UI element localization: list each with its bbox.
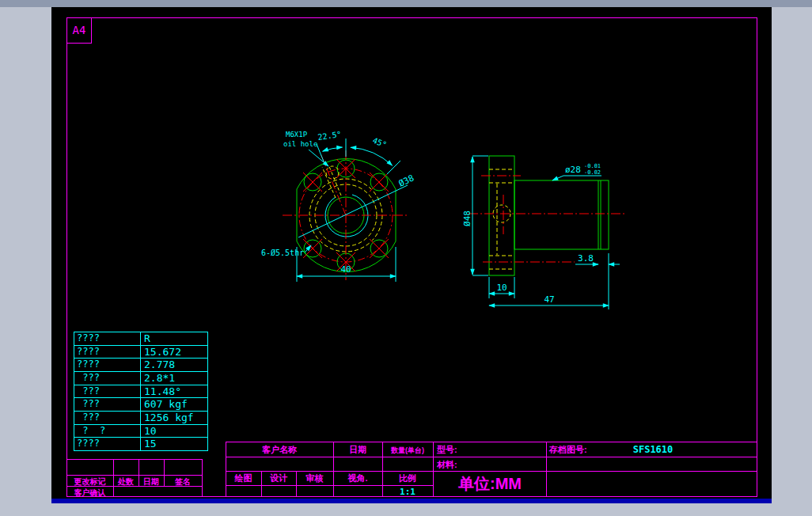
table-row: ????2.778 xyxy=(74,359,207,372)
table-row: ???2.8*1 xyxy=(74,372,207,385)
param-value: 2.778 xyxy=(141,359,207,371)
model-label: 型号: xyxy=(437,444,457,456)
table-row: ????15.672 xyxy=(74,346,207,359)
design-label: 设计 xyxy=(261,472,296,484)
divider-line xyxy=(226,457,757,457)
param-value: 15.672 xyxy=(141,346,207,359)
param-value: 607 kgf xyxy=(141,398,207,411)
table-row: ???1256 kgf xyxy=(74,412,207,425)
scale-label: 比例 xyxy=(382,472,433,484)
draft-label: 绘图 xyxy=(226,472,261,484)
table-row: ????15 xyxy=(74,438,207,450)
param-label: ??? xyxy=(74,372,141,385)
divider-line xyxy=(546,442,547,497)
divider-line xyxy=(226,471,757,472)
scale-value: 1:1 xyxy=(382,486,433,498)
revision-change-mark-label: 更改标记 xyxy=(66,476,113,488)
view-angle-label: 视角. xyxy=(333,472,382,484)
param-value: 10 xyxy=(141,425,207,438)
archive-no-label: 存档图号: xyxy=(549,444,587,456)
param-label: ??? xyxy=(74,398,141,411)
unit-label: 单位:MM xyxy=(434,472,546,495)
table-row: ???607 kgf xyxy=(74,398,207,412)
customer-name-label: 客户名称 xyxy=(226,444,333,456)
material-label: 材料: xyxy=(437,459,457,471)
divider-line xyxy=(202,459,203,497)
param-value: 1256 kgf xyxy=(141,412,207,424)
sheet-size-box: A4 xyxy=(67,18,92,44)
revision-date-label: 日期 xyxy=(138,476,164,488)
param-value: 2.8*1 xyxy=(141,372,207,385)
table-row: ? ?10 xyxy=(74,425,207,438)
param-value: 15 xyxy=(141,438,207,450)
param-value: R xyxy=(141,332,207,345)
divider-line xyxy=(66,459,203,460)
archive-no-value: SFS1610 xyxy=(629,444,677,456)
parameter-table: ????R ????15.672 ????2.778 ???2.8*1 ???1… xyxy=(74,332,208,451)
cad-viewer-window: { "sheet": { "size_label": "A4" }, "para… xyxy=(0,0,812,516)
param-label: ??? xyxy=(74,412,141,424)
customer-confirm-label: 客户确认 xyxy=(66,487,113,499)
revision-count-label: 处数 xyxy=(113,476,138,488)
table-row: ???11.48° xyxy=(74,385,207,399)
param-label: ? ? xyxy=(74,425,141,438)
param-label: ???? xyxy=(74,438,141,450)
quantity-label: 数量(单台) xyxy=(382,445,433,457)
param-value: 11.48° xyxy=(141,385,207,398)
table-row: ????R xyxy=(74,332,207,346)
date-label: 日期 xyxy=(333,444,382,456)
param-label: ??? xyxy=(74,385,141,398)
revision-signature-label: 签名 xyxy=(164,476,202,488)
divider-line xyxy=(226,442,757,442)
review-label: 审核 xyxy=(296,472,333,484)
param-label: ???? xyxy=(74,359,141,371)
sheet-size-label: A4 xyxy=(67,18,91,42)
param-label: ???? xyxy=(74,346,141,359)
param-label: ???? xyxy=(74,332,141,345)
